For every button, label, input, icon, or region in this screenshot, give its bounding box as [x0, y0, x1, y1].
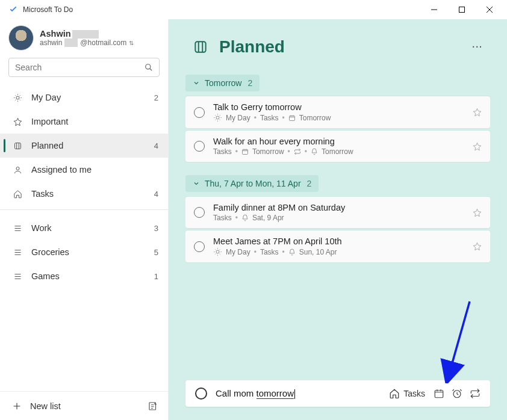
sidebar-item-label: Tasks: [31, 189, 146, 199]
bell-icon: [241, 214, 249, 221]
svg-rect-3: [14, 143, 20, 149]
search-icon: [145, 63, 153, 72]
repeat-icon[interactable]: [470, 388, 481, 399]
complete-checkbox[interactable]: [194, 207, 205, 218]
home-icon: [389, 388, 400, 399]
task-row[interactable]: Family dinner at 8PM on Saturday Tasks•S…: [185, 197, 490, 228]
task-title: Family dinner at 8PM on Saturday: [213, 203, 464, 212]
task-row[interactable]: Talk to Gerry tomorrow My Day•Tasks•Tomo…: [185, 96, 490, 128]
search-input[interactable]: [8, 58, 160, 77]
task-row[interactable]: Meet James at 7PM on April 10th My Day•T…: [185, 230, 490, 262]
sidebar-item-count: 4: [154, 190, 158, 199]
group-header-count: 2: [247, 78, 252, 88]
svg-rect-0: [459, 7, 465, 13]
task-meta: My Day•Tasks•Tomorrow: [213, 113, 464, 122]
list-icon: [12, 272, 23, 281]
svg-rect-9: [242, 150, 247, 155]
sidebar: Ashwin ashwin@hotmail.com ⇅ My Day 2 Imp…: [0, 19, 169, 420]
add-task-bar[interactable]: Call mom tomorrow Tasks: [185, 380, 490, 407]
star-button[interactable]: [473, 108, 482, 117]
sidebar-list-work[interactable]: Work 3: [0, 216, 168, 240]
new-group-icon[interactable]: [148, 401, 158, 412]
new-list-label: New list: [30, 401, 61, 411]
sidebar-list-groceries[interactable]: Groceries 5: [0, 240, 168, 264]
svg-rect-8: [289, 116, 294, 120]
person-icon: [12, 165, 23, 174]
svg-point-1: [146, 64, 151, 69]
complete-checkbox[interactable]: [194, 107, 205, 118]
svg-rect-6: [195, 42, 205, 52]
chevron-updown-icon: ⇅: [129, 40, 134, 46]
search-field[interactable]: [15, 63, 145, 72]
sidebar-item-count: 5: [154, 248, 158, 257]
svg-rect-11: [435, 391, 443, 398]
group-header-label: Thu, 7 Apr to Mon, 11 Apr: [205, 179, 301, 188]
add-task-circle-icon: [195, 388, 207, 400]
list-icon: [12, 248, 23, 257]
task-meta-text: Tasks: [260, 114, 279, 122]
sidebar-item-label: Planned: [31, 141, 146, 150]
add-task-list-picker[interactable]: Tasks: [389, 388, 426, 399]
task-row[interactable]: Walk for an hour every morning Tasks•Tom…: [185, 131, 490, 162]
task-meta: Tasks•Tomorrow••Tomorrow: [213, 147, 464, 156]
task-meta-text: My Day: [226, 248, 250, 256]
sidebar-item-planned[interactable]: Planned 4: [0, 134, 168, 158]
calendar-icon: [241, 148, 249, 155]
add-task-input[interactable]: Call mom tomorrow: [216, 388, 381, 399]
maximize-button[interactable]: [448, 0, 476, 19]
list-icon: [12, 224, 23, 233]
close-button[interactable]: [476, 0, 503, 19]
bell-icon: [311, 148, 318, 155]
svg-point-4: [16, 167, 19, 170]
sidebar-item-label: Important: [31, 117, 150, 126]
sun-icon: [12, 93, 23, 102]
minimize-button[interactable]: [420, 0, 448, 19]
sun-icon: [213, 113, 222, 122]
sidebar-item-important[interactable]: Important: [0, 110, 168, 134]
account-section[interactable]: Ashwin ashwin@hotmail.com ⇅: [0, 19, 168, 54]
repeat-icon: [294, 148, 301, 155]
more-options-button[interactable]: ···: [472, 42, 483, 52]
group-header-label: Tomorrow: [205, 78, 241, 88]
task-meta-text: Sun, 10 Apr: [299, 248, 337, 256]
sidebar-item-label: Groceries: [31, 247, 146, 257]
sidebar-item-assigned-to-me[interactable]: Assigned to me: [0, 158, 168, 182]
complete-checkbox[interactable]: [194, 241, 205, 252]
complete-checkbox[interactable]: [194, 141, 205, 152]
task-meta-text: Tasks: [260, 248, 279, 256]
new-list-button[interactable]: New list: [12, 401, 61, 411]
main-pane: Planned ··· Tomorrow 2 Talk to Gerry tom…: [169, 19, 507, 420]
group-header[interactable]: Tomorrow 2: [185, 75, 260, 91]
chevron-down-icon: [193, 79, 200, 87]
star-button[interactable]: [473, 208, 482, 217]
star-button[interactable]: [473, 142, 482, 151]
sidebar-item-label: My Day: [31, 93, 146, 102]
group-header-count: 2: [307, 179, 312, 188]
window-title: Microsoft To Do: [23, 5, 73, 14]
task-meta-text: Tomorrow: [322, 147, 353, 156]
bell-icon: [288, 249, 296, 256]
task-meta: Tasks•Sat, 9 Apr: [213, 214, 464, 222]
star-icon: [12, 117, 23, 126]
account-name: Ashwin: [40, 29, 134, 39]
page-title: Planned: [219, 37, 285, 57]
main-header: Planned ···: [185, 19, 490, 75]
sidebar-item-count: 3: [154, 224, 158, 233]
planned-header-icon: [193, 39, 208, 55]
calendar-icon: [288, 114, 296, 122]
sidebar-item-count: 1: [154, 272, 158, 281]
task-meta-text: Tomorrow: [252, 147, 284, 156]
due-date-icon[interactable]: [434, 388, 444, 399]
sidebar-item-tasks[interactable]: Tasks 4: [0, 182, 168, 206]
svg-point-10: [216, 250, 219, 253]
task-title: Walk for an hour every morning: [213, 137, 464, 146]
reminder-icon[interactable]: [452, 388, 462, 399]
task-meta-text: My Day: [226, 114, 250, 122]
task-meta-text: Tomorrow: [299, 114, 331, 122]
sidebar-list-games[interactable]: Games 1: [0, 264, 168, 288]
chevron-down-icon: [193, 180, 200, 187]
group-header[interactable]: Thu, 7 Apr to Mon, 11 Apr 2: [185, 175, 319, 192]
star-button[interactable]: [473, 242, 482, 251]
sidebar-item-my-day[interactable]: My Day 2: [0, 85, 168, 110]
task-title: Talk to Gerry tomorrow: [213, 102, 464, 112]
